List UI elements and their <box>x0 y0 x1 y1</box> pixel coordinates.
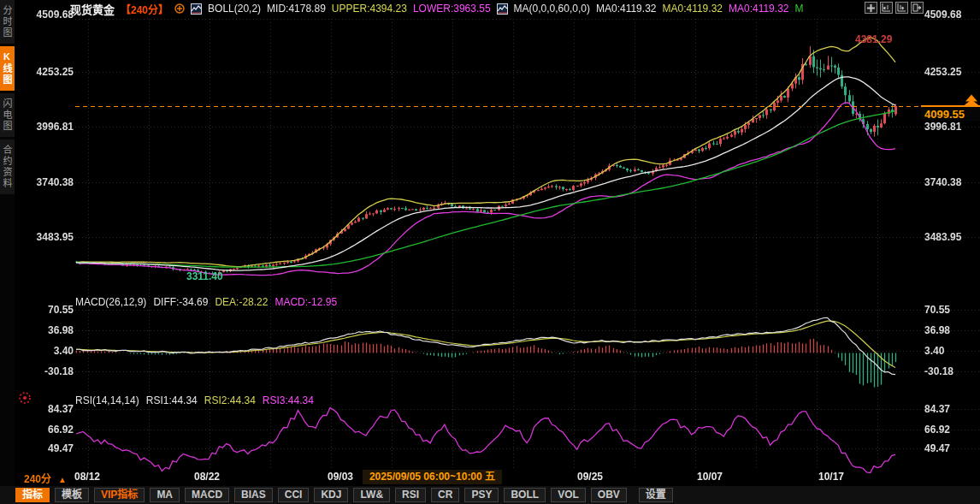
toolbar-button-7[interactable]: KDJ <box>314 488 348 502</box>
app-window: 分时图K线图闪电图合约资料 现货黄金 【240分】 BOLL(20,2) MID… <box>0 0 980 504</box>
bottom-toolbar: 指标模板VIP指标MAMACDBIASCCIKDJLW&RSICRPSYBOLL… <box>0 486 980 504</box>
period-status-label: 240分 <box>24 473 51 485</box>
main-ytick-left-4: 3483.95 <box>21 231 74 243</box>
toolbar-button-2[interactable]: VIP指标 <box>94 488 145 502</box>
main-ytick-right-4: 3483.95 <box>924 231 961 243</box>
ma-value-3: MA0:4119.32 <box>729 3 789 15</box>
toolbar-button-11[interactable]: PSY <box>464 488 499 502</box>
macd-params[interactable]: MACD(26,12,9) <box>75 296 146 308</box>
toolbar-button-8[interactable]: LW& <box>353 488 390 502</box>
period-low-label: 3311.40 <box>186 270 223 282</box>
add-indicator-icon[interactable] <box>174 3 185 14</box>
toolbar-button-5[interactable]: BIAS <box>234 488 273 502</box>
x-axis-row: 2025/09/05 06:00~10:00 五 08/1208/2209/03… <box>0 470 980 485</box>
macd-header: MACD(26,12,9) DIFF:-34.69 DEA:-28.22 MAC… <box>75 296 337 308</box>
macd-dea-value: DEA:-28.22 <box>215 296 268 308</box>
x-axis-date-1: 08/22 <box>194 471 220 483</box>
ma-chart-icon[interactable] <box>497 3 508 15</box>
scroll-chart-left-icon[interactable] <box>880 2 893 14</box>
macd-ytick-left-1: 36.98 <box>21 324 74 336</box>
main-ytick-right-1: 4253.25 <box>924 66 961 78</box>
toolbar-button-14[interactable]: OBV <box>591 488 627 502</box>
macd-ytick-right-0: 70.55 <box>924 304 950 316</box>
crosshair-target-icon[interactable] <box>18 391 32 405</box>
last-price-value: 4099.55 <box>924 108 965 121</box>
cursor-date-badge: 2025/09/05 06:00~10:00 五 <box>363 470 502 484</box>
toolbar-button-12[interactable]: BOLL <box>504 488 546 502</box>
rsi3-value: RSI3:44.34 <box>263 394 314 406</box>
macd-hist-value: MACD:-12.95 <box>275 296 337 308</box>
rsi1-value: RSI1:44.34 <box>146 394 198 406</box>
period-up-triangle-icon: ▲ <box>58 475 67 484</box>
sidebar-tab-0[interactable]: 分时图 <box>0 0 15 44</box>
rsi-ytick-right-1: 66.92 <box>924 424 950 436</box>
main-ytick-left-1: 4253.25 <box>21 66 74 78</box>
main-ytick-right-0: 4509.68 <box>924 9 961 21</box>
boll-chart-icon[interactable] <box>191 3 202 15</box>
ma-value-4: M <box>794 3 803 15</box>
toolbar-button-13[interactable]: VOL <box>551 488 586 502</box>
rsi-ytick-left-2: 49.47 <box>21 442 74 454</box>
x-axis-date-5: 10/17 <box>818 471 844 483</box>
rsi-header: RSI(14,14,14) RSI1:44.34 RSI2:44.34 RSI3… <box>75 394 314 406</box>
toolbar-button-9[interactable]: RSI <box>395 488 426 502</box>
rsi-ytick-left-0: 84.37 <box>21 403 74 415</box>
page-forward-icon[interactable] <box>911 2 924 14</box>
sidebar-tab-3[interactable]: 合约资料 <box>0 139 15 194</box>
main-ytick-right-2: 3996.81 <box>924 121 961 133</box>
window-buttons <box>865 2 924 14</box>
symbol-name: 现货黄金 <box>70 1 115 17</box>
macd-ytick-left-2: 3.40 <box>21 345 74 357</box>
x-axis-date-3: 09/25 <box>577 471 603 483</box>
toolbar-button-15[interactable]: 设置 <box>639 488 673 502</box>
x-axis-date-2: 09/03 <box>328 471 353 483</box>
main-ytick-left-0: 4509.68 <box>21 9 74 21</box>
macd-ytick-left-3: -30.18 <box>21 365 74 377</box>
macd-ytick-right-3: -30.18 <box>924 365 953 377</box>
compress-view-icon[interactable] <box>865 2 877 14</box>
x-axis-date-4: 10/07 <box>697 471 723 483</box>
rsi-ytick-right-0: 84.37 <box>924 403 950 415</box>
left-tab-sidebar: 分时图K线图闪电图合约资料 <box>0 0 15 486</box>
toolbar-button-6[interactable]: CCI <box>278 488 310 502</box>
rsi2-value: RSI2:44.34 <box>204 394 256 406</box>
macd-ytick-right-2: 3.40 <box>924 345 944 357</box>
period-high-label: 4381.29 <box>855 33 892 45</box>
last-price-badge: 4099.55 <box>921 105 980 121</box>
macd-ytick-left-0: 70.55 <box>21 304 74 316</box>
scroll-chart-right-icon[interactable] <box>895 2 908 14</box>
x-axis-date-0: 08/12 <box>74 471 100 483</box>
boll-mid-value: MID:4178.89 <box>267 3 326 15</box>
period-status[interactable]: 240分▲ <box>24 471 67 485</box>
ma-value-1: MA0:4119.32 <box>596 3 657 15</box>
macd-ytick-right-1: 36.98 <box>924 324 950 336</box>
period-label[interactable]: 【240分】 <box>121 2 168 16</box>
main-ytick-left-2: 3996.81 <box>21 121 74 133</box>
main-ytick-right-3: 3740.38 <box>924 176 961 188</box>
indicator-header: 现货黄金 【240分】 BOLL(20,2) MID:4178.89 UPPER… <box>70 2 803 15</box>
toolbar-button-4[interactable]: MACD <box>185 488 229 502</box>
boll-upper-value: UPPER:4394.23 <box>332 3 407 15</box>
rsi-ytick-left-1: 66.92 <box>21 424 74 436</box>
macd-diff-value: DIFF:-34.69 <box>153 296 208 308</box>
rsi-ytick-right-2: 49.47 <box>924 442 950 454</box>
boll-lower-value: LOWER:3963.55 <box>413 3 491 15</box>
toolbar-button-1[interactable]: 模板 <box>55 488 89 502</box>
ma-params: MA(0,0,0,60,0,0) <box>514 3 590 15</box>
toolbar-button-10[interactable]: CR <box>431 488 459 502</box>
toolbar-button-0[interactable]: 指标 <box>15 488 50 502</box>
rsi-params[interactable]: RSI(14,14,14) <box>75 394 139 406</box>
chart-canvas[interactable] <box>0 0 980 504</box>
ma-value-2: MA0:4119.32 <box>662 3 723 15</box>
main-ytick-left-3: 3740.38 <box>21 176 74 188</box>
sidebar-tab-2[interactable]: 闪电图 <box>0 93 15 137</box>
sidebar-tab-1[interactable]: K线图 <box>0 46 15 91</box>
boll-params: BOLL(20,2) <box>208 3 261 15</box>
toolbar-button-3[interactable]: MA <box>150 488 180 502</box>
